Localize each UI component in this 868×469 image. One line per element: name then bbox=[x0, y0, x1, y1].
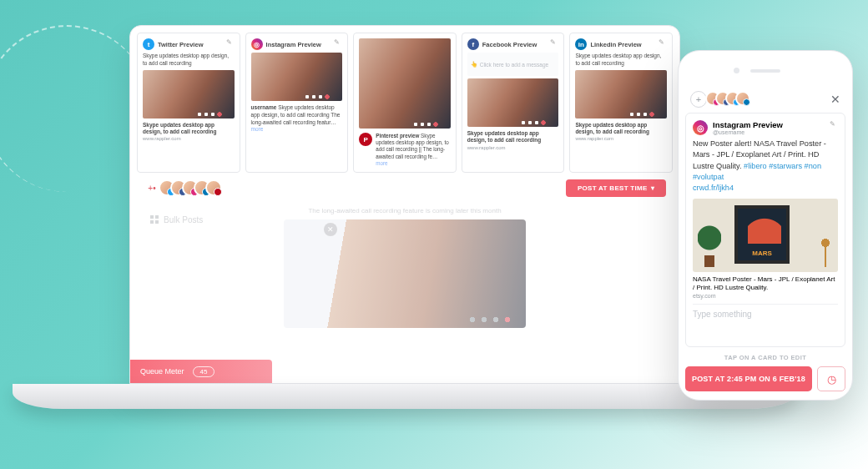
card-title: Facebook Preview bbox=[482, 41, 537, 48]
more-link[interactable]: more bbox=[251, 126, 264, 132]
edit-icon[interactable]: ✎ bbox=[830, 120, 838, 129]
close-icon[interactable]: ✕ bbox=[830, 93, 840, 106]
middle-preview-card[interactable]: ✎ P Pinterest preview Skype updates desk… bbox=[353, 33, 457, 173]
facebook-preview-card[interactable]: ✎ f Facebook Preview 👆 Click here to add… bbox=[462, 33, 565, 173]
account-avatars: +• bbox=[144, 179, 222, 196]
image-plant bbox=[698, 225, 721, 267]
phone-account-avatars: + bbox=[690, 91, 750, 108]
post-image bbox=[693, 199, 838, 272]
card-thumbnail bbox=[467, 78, 559, 127]
short-link[interactable]: crwd.fr/ljkh4 bbox=[693, 183, 838, 194]
editor-thumbnail bbox=[284, 219, 526, 328]
pinterest-title: Pinterest preview bbox=[376, 133, 419, 139]
card-url: www.rappler.com bbox=[143, 136, 235, 141]
pinterest-caption: Pinterest preview Skype updates desktop … bbox=[376, 133, 451, 167]
card-description: Skype updates desktop app design, to add… bbox=[143, 53, 235, 68]
phone-instagram-card[interactable]: ✎ ◎ Instagram Preview @username New Post… bbox=[685, 113, 845, 347]
compose-input[interactable]: Type something bbox=[693, 304, 838, 319]
edit-icon[interactable]: ✎ bbox=[334, 38, 342, 47]
edit-icon[interactable]: ✎ bbox=[226, 38, 235, 47]
user-handle: @username bbox=[713, 129, 783, 135]
card-thumbnail bbox=[251, 53, 343, 101]
chevron-down-icon: ▾ bbox=[651, 184, 654, 192]
card-title: Instagram Preview bbox=[713, 120, 783, 129]
post-at-time-button[interactable]: POST AT 2:45 PM ON 6 FEB'18 bbox=[685, 366, 812, 391]
add-account-icon[interactable]: + bbox=[690, 91, 707, 108]
queue-meter-bar[interactable]: Queue Meter 45 bbox=[130, 360, 272, 383]
bulk-posts-nav[interactable]: Bulk Posts bbox=[150, 215, 203, 224]
card-caption: username Skype updates desktop app desig… bbox=[251, 104, 343, 134]
phone-mockup: + ✕ ✎ ◎ Instagram Preview @username New … bbox=[678, 50, 853, 401]
image-poster bbox=[734, 205, 790, 264]
pointer-icon: 👆 bbox=[471, 61, 477, 68]
facebook-icon: f bbox=[467, 38, 479, 50]
linkedin-icon: in bbox=[575, 38, 587, 50]
preview-cards-row: ✎ t Twitter Preview Skype updates deskto… bbox=[130, 26, 679, 173]
instagram-icon: ◎ bbox=[251, 38, 263, 50]
pinterest-icon: P bbox=[359, 133, 372, 146]
card-thumbnail bbox=[143, 70, 235, 119]
card-description: Skype updates desktop app design, to add… bbox=[575, 53, 667, 68]
editor-text: The long-awaited call recording feature … bbox=[144, 207, 666, 214]
ig-username: username bbox=[251, 104, 277, 110]
queue-meter-count: 45 bbox=[193, 366, 215, 377]
add-account-icon[interactable]: +• bbox=[144, 179, 160, 196]
instagram-icon: ◎ bbox=[693, 120, 708, 135]
image-url: etsy.com bbox=[693, 293, 838, 299]
image-caption: NASA Travel Poster - Mars - JPL / Exopla… bbox=[693, 275, 838, 293]
decorative-curve bbox=[0, 25, 150, 192]
card-caption: Skype updates desktop app design, to add… bbox=[467, 130, 559, 144]
twitter-preview-card[interactable]: ✎ t Twitter Preview Skype updates deskto… bbox=[137, 33, 240, 173]
card-caption: Skype updates desktop app design, to add… bbox=[575, 122, 667, 136]
card-title: Twitter Preview bbox=[158, 41, 203, 48]
twitter-icon: t bbox=[143, 38, 154, 50]
card-url: www.rappler.com bbox=[575, 136, 667, 141]
queue-meter-label: Queue Meter bbox=[140, 367, 184, 376]
avatar[interactable] bbox=[205, 179, 222, 196]
card-caption: Skype updates desktop app design, to add… bbox=[143, 122, 235, 136]
bulk-posts-label: Bulk Posts bbox=[164, 215, 203, 224]
edit-icon[interactable]: ✎ bbox=[659, 38, 667, 47]
laptop-screen: ✎ t Twitter Preview Skype updates deskto… bbox=[129, 25, 680, 384]
card-thumbnail bbox=[359, 38, 451, 129]
post-body: New Poster alert! NASA Travel Poster - M… bbox=[693, 139, 838, 194]
more-link[interactable]: more bbox=[376, 160, 387, 166]
post-at-best-time-button[interactable]: POST AT BEST TIME ▾ bbox=[566, 179, 666, 197]
tap-hint: TAP ON A CARD TO EDIT bbox=[685, 347, 845, 366]
edit-icon[interactable]: ✎ bbox=[550, 38, 558, 47]
card-title: Instagram Preview bbox=[266, 41, 321, 48]
linkedin-preview-card[interactable]: ✎ in Linkedin Preview Skype updates desk… bbox=[569, 33, 673, 173]
avatar[interactable] bbox=[735, 91, 750, 106]
card-url: www.rappler.com bbox=[467, 145, 559, 150]
card-title: Linkedin Preview bbox=[590, 41, 641, 48]
add-message-hint[interactable]: 👆 Click here to add a message bbox=[467, 53, 559, 76]
editor-backdrop: Bulk Posts The long-awaited call recordi… bbox=[130, 204, 679, 354]
schedule-icon-button[interactable]: ◷ bbox=[817, 366, 845, 391]
action-bar: +• POST AT BEST TIME ▾ bbox=[130, 173, 679, 204]
instagram-preview-card[interactable]: ✎ ◎ Instagram Preview username Skype upd… bbox=[245, 33, 349, 173]
clock-icon: ◷ bbox=[827, 373, 836, 386]
grid-icon bbox=[150, 215, 159, 224]
image-lamp bbox=[821, 239, 830, 267]
card-thumbnail bbox=[575, 70, 667, 119]
